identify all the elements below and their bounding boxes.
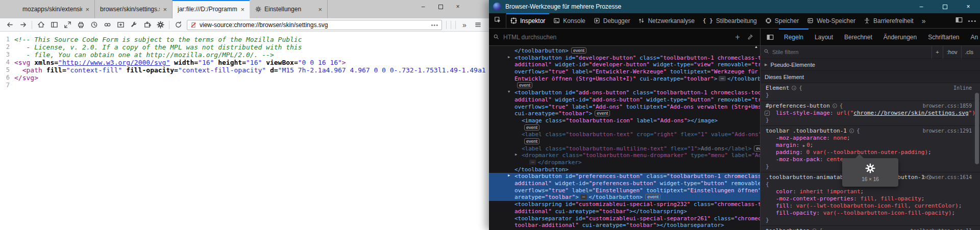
reload-icon[interactable] xyxy=(172,19,185,31)
history-icon[interactable] xyxy=(87,19,101,31)
devtools-menu-icon[interactable]: ••• xyxy=(968,18,977,24)
expander-icon[interactable]: ▼ xyxy=(508,90,510,94)
css-declaration[interactable]: fill-opacity: var(--toolbarbutton-icon-f… xyxy=(761,210,980,217)
browser-tab[interactable]: mozapps/skin/extensions/e× xyxy=(17,0,95,18)
markup-row[interactable]: <label class="toolbarbutton-text" crop="… xyxy=(489,131,760,138)
inline-expander-badge[interactable]: ⋯ xyxy=(719,76,725,81)
sidebar-icon[interactable] xyxy=(47,19,61,31)
tab-overflow-chevron-icon[interactable]: » xyxy=(918,13,930,28)
maximize-button[interactable] xyxy=(933,0,957,13)
puzzle-icon[interactable] xyxy=(140,19,154,31)
rules-scrollbar[interactable] xyxy=(974,47,979,229)
back-icon[interactable] xyxy=(3,19,16,31)
wrench-icon[interactable] xyxy=(127,19,140,31)
markup-search[interactable]: HTML durchsuchen + xyxy=(489,29,761,45)
event-badge[interactable]: event xyxy=(571,47,586,54)
markup-row[interactable]: ▶<dropmarker class="toolbarbutton-menu-d… xyxy=(489,152,760,159)
browser-tab[interactable]: browser/skin/settings.svg× xyxy=(95,0,173,18)
css-declaration[interactable]: color: inherit !important; xyxy=(761,188,980,195)
markup-row[interactable]: additional" widget-id="developer-button"… xyxy=(489,61,760,68)
container-icon[interactable] xyxy=(114,19,127,31)
devtools-tab-debugger[interactable]: Debugger xyxy=(590,13,634,28)
event-badge[interactable]: event xyxy=(645,194,660,200)
declaration-checkbox[interactable]: ✓ xyxy=(765,111,770,116)
sidebar-tab-berechnet[interactable]: Berechnet xyxy=(839,29,877,45)
markup-row[interactable]: Entwickler öffnen (Strg+Umschalt+I)" cui… xyxy=(489,75,760,83)
rule-selector[interactable]: toolbarbutton{toolbarbutton.css:11 xyxy=(761,227,980,230)
event-badge[interactable]: event xyxy=(595,110,610,116)
markup-row[interactable]: ▼<toolbarbutton id="add-ons-button" clas… xyxy=(489,89,760,96)
tab-close-icon[interactable]: × xyxy=(84,6,90,13)
url-input[interactable]: view-source:chrome://browser/skin/settin… xyxy=(187,20,442,30)
sidebar-tab-änderungen[interactable]: Änderungen xyxy=(878,29,922,45)
stylesheet-link[interactable]: toolbarbutton.css:11 xyxy=(911,227,972,230)
toggle-panes-icon[interactable] xyxy=(763,34,778,41)
maximize-button[interactable] xyxy=(432,0,449,13)
markup-row[interactable]: toolbar-additional" cui-areatype="toolba… xyxy=(489,222,760,229)
markup-row[interactable]: ▶<toolbarbutton id="developer-button" cl… xyxy=(489,55,760,62)
gear-icon[interactable] xyxy=(154,19,167,31)
stylesheet-link[interactable]: browser.css:1291 xyxy=(923,127,972,135)
event-badge[interactable]: event xyxy=(754,145,760,151)
devtools-titlebar[interactable]: Browser-Werkzeuge für mehrere Prozesse –… xyxy=(489,0,980,13)
eyedropper-icon[interactable] xyxy=(744,34,756,40)
markup-row[interactable]: areatype="toolbar">⋯</toolbarbutton>even… xyxy=(489,194,760,201)
markup-row[interactable]: cui-areatype="toolbar">event xyxy=(489,110,760,117)
mask-icon[interactable] xyxy=(101,19,114,31)
markup-row[interactable]: <image class="toolbarbutton-icon" label=… xyxy=(489,117,760,124)
expander-icon[interactable]: ▶ xyxy=(508,55,510,59)
css-declaration[interactable]: -moz-appearance: none; xyxy=(761,135,980,142)
devtools-tab-web-speicher[interactable]: Web-Speicher xyxy=(803,13,860,28)
browser-tab[interactable]: jar:file:///D:/Programme%2× xyxy=(173,0,250,18)
markup-row[interactable]: additional" cui-areatype="toolbar"></too… xyxy=(489,208,760,215)
expand-value-icon[interactable]: ▶ xyxy=(803,144,805,148)
stylesheet-link[interactable]: browser.css:1859 xyxy=(923,103,972,110)
highlight-selector-icon[interactable] xyxy=(792,86,796,90)
event-badge[interactable]: event xyxy=(524,138,540,144)
markup-row[interactable]: overflows="true" label="Entwickler-Werkz… xyxy=(489,68,760,75)
markup-row[interactable]: additional" widget-id="add-ons-button" w… xyxy=(489,96,760,104)
inline-expander-badge[interactable]: ⋯ xyxy=(580,194,587,199)
browser-tab[interactable]: Einstellungen× xyxy=(250,0,328,18)
forward-icon[interactable] xyxy=(16,19,30,31)
highlight-selector-icon[interactable] xyxy=(849,129,854,133)
devtools-tab-barrierefreiheit[interactable]: Barrierefreiheit xyxy=(860,13,918,28)
css-declaration[interactable]: fill: var(--lwt-toolbarbutton-icon-fill,… xyxy=(761,202,980,210)
markup-view[interactable]: ▲ </toolbarbutton>event▶<toolbarbutton i… xyxy=(489,46,761,230)
markup-row[interactable]: </toolbarbutton>event xyxy=(489,47,760,55)
markup-row[interactable]: <label class="toolbarbutton-multiline-te… xyxy=(489,145,760,152)
pick-element-button[interactable] xyxy=(489,13,506,28)
devtools-tab-inspektor[interactable]: Inspektor xyxy=(506,13,549,28)
close-button[interactable]: × xyxy=(449,0,467,13)
fullscreen-icon[interactable] xyxy=(61,19,74,31)
add-rule-button[interactable]: + xyxy=(932,46,942,59)
tab-close-icon[interactable]: × xyxy=(162,6,168,13)
rule-selector[interactable]: Element{Inline xyxy=(761,85,980,92)
rules-panel[interactable]: Stile filtern +:hov.cls ▶ Pseudo-Element… xyxy=(761,46,980,230)
markup-row[interactable]: <toolbarseparator id="customizableui-spe… xyxy=(489,215,760,222)
sidebar-tab-an[interactable]: An xyxy=(966,29,980,45)
expander-icon[interactable]: ▶ xyxy=(515,152,517,157)
markup-row[interactable]: <toolbarspring id="customizableui-specia… xyxy=(489,201,760,208)
css-declaration[interactable]: margin: ▶0; xyxy=(761,142,980,149)
highlight-selector-icon[interactable] xyxy=(832,104,837,108)
add-node-button[interactable]: + xyxy=(731,33,744,42)
markup-row[interactable]: additional" widget-id="preferences-butto… xyxy=(489,180,760,187)
devtools-tab-netzwerkanalyse[interactable]: Netzwerkanalyse xyxy=(634,13,698,28)
markup-row[interactable]: overflows="true" label="Add-ons" tooltip… xyxy=(489,104,760,111)
devtools-tab-speicher[interactable]: Speicher xyxy=(761,13,803,28)
home-icon[interactable] xyxy=(34,19,47,31)
markup-row[interactable]: event xyxy=(489,82,760,89)
css-declaration[interactable]: padding: 0 var(--toolbarbutton-outer-pad… xyxy=(761,149,980,156)
close-button[interactable]: × xyxy=(957,0,980,13)
event-badge[interactable]: event xyxy=(524,124,540,131)
tab-close-icon[interactable]: × xyxy=(317,6,323,13)
sidebar-tab-regeln[interactable]: Regeln xyxy=(779,29,808,45)
devtools-tab-stilbearbeitung[interactable]: { }Stilbearbeitung xyxy=(699,13,761,28)
devtools-tab-konsole[interactable]: Konsole xyxy=(549,13,589,28)
markup-row[interactable]: overflows="true" label="Einstellungen" t… xyxy=(489,187,760,194)
menu-icon[interactable] xyxy=(471,19,484,31)
inline-expander-badge[interactable]: ⋯ xyxy=(529,160,536,165)
rule-selector[interactable]: #preferences-button{browser.css:1859 xyxy=(761,103,980,110)
event-badge[interactable]: event xyxy=(517,82,532,88)
